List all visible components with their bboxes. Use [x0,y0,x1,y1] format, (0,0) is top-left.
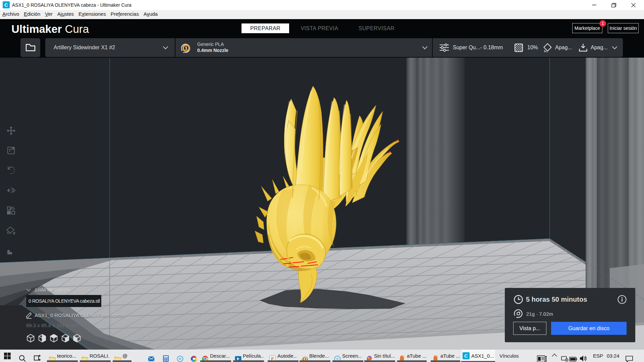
svg-text:1: 1 [185,46,187,51]
